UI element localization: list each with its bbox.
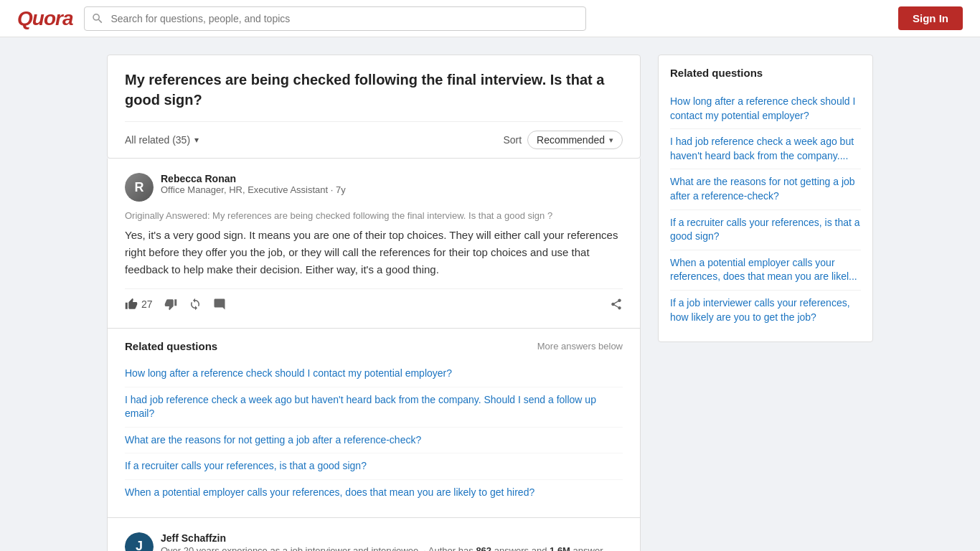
related-inline-title: Related questions [125, 340, 217, 352]
reshare-button[interactable] [189, 295, 202, 314]
answerer-info-2: J Jeff Schaffzin Over 20 years experienc… [125, 532, 623, 551]
avatar-image-jeff: J [125, 532, 154, 551]
related-inline-link-3[interactable]: If a recruiter calls your references, is… [125, 453, 623, 480]
avatar-image: R [125, 173, 154, 202]
originally-answered: Originally Answered: My references are b… [125, 210, 623, 221]
author-views-label: answers and [494, 545, 547, 551]
downvote-icon [164, 298, 177, 311]
author-views-count: 1.6M [550, 545, 570, 551]
related-links-list: How long after a reference check should … [125, 361, 623, 506]
related-inline-link-0[interactable]: How long after a reference check should … [125, 361, 623, 387]
answerer-details: Rebecca Ronan Office Manager, HR, Execut… [161, 173, 346, 195]
sidebar-link-5[interactable]: If a job interviewer calls your referenc… [670, 291, 861, 330]
more-answers-label: More answers below [537, 341, 623, 352]
search-bar [84, 6, 586, 31]
header-right: Sign In [898, 6, 963, 30]
page-container: My references are being checked followin… [95, 37, 885, 551]
question-card: My references are being checked followin… [107, 55, 641, 159]
logo[interactable]: Quora [17, 7, 72, 30]
sign-in-button[interactable]: Sign In [898, 6, 963, 30]
sidebar-link-0[interactable]: How long after a reference check should … [670, 89, 861, 129]
sidebar-link-1[interactable]: I had job reference check a week ago but… [670, 129, 861, 169]
sidebar-link-4[interactable]: When a potential employer calls your ref… [670, 250, 861, 291]
answer-text: Yes, it's a very good sign. It means you… [125, 227, 623, 278]
sidebar-links-list: How long after a reference check should … [670, 89, 861, 330]
answerer-details-2: Jeff Schaffzin Over 20 years experience … [161, 532, 623, 551]
header: Quora Sign In [0, 0, 980, 37]
main-content: My references are being checked followin… [107, 55, 641, 551]
sort-label: Sort [503, 134, 522, 146]
author-detail: Over 20 years experience as a job interv… [161, 544, 623, 551]
sidebar-link-2[interactable]: What are the reasons for not getting a j… [670, 169, 861, 209]
comment-button[interactable] [213, 295, 226, 314]
search-icon [91, 11, 104, 24]
search-input[interactable] [84, 6, 586, 31]
share-icon [610, 298, 623, 311]
chevron-down-icon: ▾ [609, 136, 613, 145]
filter-bar: All related (35) ▾ Sort Recommended ▾ [125, 121, 623, 158]
upvote-button[interactable]: 27 [125, 295, 153, 314]
question-title: My references are being checked followin… [125, 70, 623, 110]
related-inline-header: Related questions More answers below [125, 340, 623, 352]
all-related-label: All related (35) [125, 134, 190, 146]
upvote-count: 27 [141, 298, 153, 310]
avatar-jeff: J [125, 532, 154, 551]
related-inline-link-2[interactable]: What are the reasons for not getting a j… [125, 428, 623, 454]
related-inline-link-1[interactable]: I had job reference check a week ago but… [125, 387, 623, 428]
answerer-title: Office Manager, HR, Executive Assistant … [161, 184, 346, 195]
answerer-name-jeff[interactable]: Jeff Schaffzin [161, 532, 623, 544]
author-title-line: Over 20 years experience as a job interv… [161, 545, 473, 551]
answerer-name[interactable]: Rebecca Ronan [161, 173, 346, 184]
sidebar-link-3[interactable]: If a recruiter calls your references, is… [670, 210, 861, 250]
sort-area: Sort Recommended ▾ [503, 131, 623, 149]
answer-actions: 27 [125, 288, 623, 314]
avatar-rebecca: R [125, 173, 154, 202]
upvote-icon [125, 298, 138, 311]
downvote-button[interactable] [164, 295, 177, 314]
sidebar-card: Related questions How long after a refer… [658, 55, 873, 342]
answer-card-2: J Jeff Schaffzin Over 20 years experienc… [107, 518, 641, 551]
sort-dropdown[interactable]: Recommended ▾ [527, 131, 623, 149]
all-related-filter[interactable]: All related (35) ▾ [125, 134, 199, 146]
chevron-down-icon: ▾ [194, 135, 199, 145]
sidebar-title: Related questions [670, 67, 861, 79]
sidebar: Related questions How long after a refer… [658, 55, 873, 342]
answer-card-1: R Rebecca Ronan Office Manager, HR, Exec… [107, 159, 641, 329]
author-answers-count: 862 [476, 545, 491, 551]
reshare-icon [189, 298, 202, 311]
related-inline-link-4[interactable]: When a potential employer calls your ref… [125, 480, 623, 506]
sort-value: Recommended [537, 134, 605, 146]
comment-icon [213, 298, 226, 311]
related-inline-section: Related questions More answers below How… [107, 329, 641, 518]
answerer-info: R Rebecca Ronan Office Manager, HR, Exec… [125, 173, 623, 202]
share-button[interactable] [610, 295, 623, 314]
